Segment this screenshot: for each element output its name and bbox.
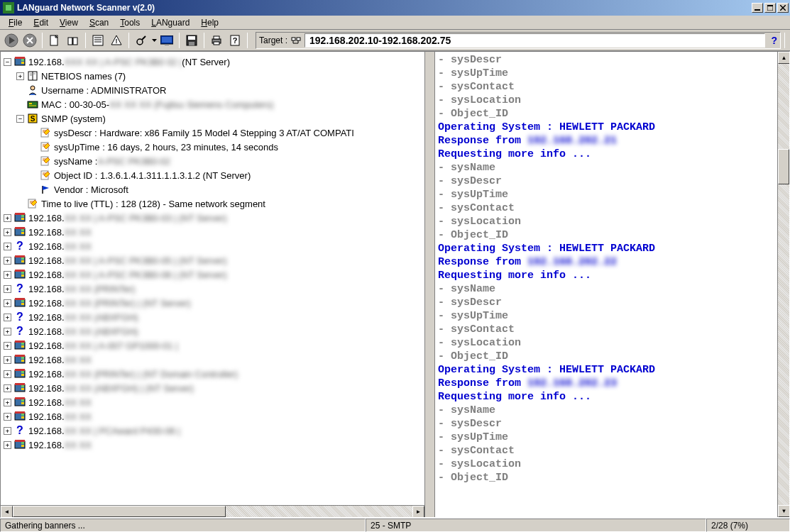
menu-scan[interactable]: Scan — [84, 16, 114, 29]
svg-rect-89 — [21, 275, 24, 277]
expander-icon[interactable]: + — [4, 228, 11, 236]
svg-rect-97 — [21, 345, 24, 348]
tree-host-11[interactable]: +192.168.XX XX (PRINTer) | (NT Domain Co… — [4, 367, 424, 381]
expander-icon[interactable]: + — [4, 257, 11, 265]
svg-point-51 — [31, 86, 35, 90]
stop-button[interactable] — [21, 32, 38, 49]
scroll-down-button[interactable]: ▼ — [778, 505, 789, 517]
tree-snmp-sysuptime[interactable]: sysUpTime : 16 days, 2 hours, 23 minutes… — [4, 140, 424, 154]
scroll-right-button[interactable]: ► — [412, 506, 424, 517]
svg-rect-28 — [165, 44, 169, 45]
svg-rect-88 — [21, 272, 24, 274]
tree-host-3[interactable]: +192.168.XX XX | A-PSC PK3B0-05 | (NT Se… — [4, 253, 424, 267]
expander-icon[interactable]: + — [16, 72, 24, 80]
expander-icon[interactable]: + — [4, 342, 11, 350]
tree-snmp-objectid[interactable]: Object ID : 1.3.6.1.4.1.311.1.1.3.1.2 (N… — [4, 168, 424, 182]
expander-icon[interactable]: + — [4, 413, 11, 421]
tree-host-4[interactable]: +192.168.XX XX | A-PSC PK3B0-06 | (NT Se… — [4, 267, 424, 282]
tree-host-0[interactable]: +192.168.XX XX | A-PSC PK3B0-03 | (NT Se… — [4, 211, 424, 225]
expander-icon[interactable]: − — [16, 115, 24, 123]
tree-netbios[interactable]: +NETBIOS names (7) — [4, 69, 424, 83]
expander-icon[interactable]: + — [4, 299, 11, 307]
vertical-scrollbar[interactable]: ▲ ▼ — [777, 52, 789, 517]
expander-icon[interactable]: + — [4, 441, 11, 449]
dropdown-arrow-icon[interactable] — [151, 39, 157, 42]
tree-username[interactable]: Username : ADMINISTRATOR — [4, 83, 424, 97]
log-line: - sysDescr — [438, 417, 774, 431]
log-line: - sysDescr — [438, 53, 774, 67]
host-tree[interactable]: −192.168. XXX XX | A-PSC PK3B0 02 | (NT … — [1, 52, 424, 505]
tree-host-2[interactable]: +?192.168.XX XX — [4, 239, 424, 253]
svg-rect-107 — [15, 383, 25, 385]
tree-host-8[interactable]: +?192.168.XX XX (ABXFGH) — [4, 324, 424, 338]
tool-button[interactable] — [133, 32, 150, 49]
scroll-up-button[interactable]: ▲ — [778, 52, 789, 64]
expander-icon[interactable]: + — [4, 285, 11, 293]
tree-host-14[interactable]: +192.168.XX XX — [4, 409, 424, 423]
expander-icon[interactable]: + — [4, 271, 11, 279]
svg-rect-27 — [162, 37, 172, 43]
play-button[interactable] — [3, 32, 20, 49]
scroll-thumb[interactable] — [778, 149, 789, 184]
menu-help[interactable]: Help — [195, 16, 224, 29]
open-button[interactable] — [65, 32, 82, 49]
svg-rect-108 — [21, 385, 24, 387]
print-button[interactable] — [208, 32, 225, 49]
tree-host-13[interactable]: +192.168.XX XX — [4, 395, 424, 409]
tree-host-1[interactable]: +192.168.XX XX — [4, 225, 424, 239]
tree-snmp[interactable]: −SSNMP (system) — [4, 111, 424, 126]
expander-icon[interactable]: + — [4, 370, 11, 378]
tree-host-5[interactable]: +?192.168.XX XX (PRINTer) — [4, 282, 424, 296]
expander-icon[interactable]: + — [4, 427, 11, 435]
close-button[interactable] — [777, 3, 789, 13]
svg-rect-100 — [21, 357, 24, 359]
tree-pane: −192.168. XXX XX | A-PSC PK3B0 02 | (NT … — [1, 52, 425, 517]
list-button[interactable] — [89, 32, 106, 49]
expander-icon[interactable]: + — [4, 328, 11, 336]
menubar: FileEditViewScanToolsLANguardHelp — [0, 16, 790, 30]
svg-marker-70 — [43, 186, 49, 190]
tree-ttl[interactable]: Time to live (TTL) : 128 (128) - Same ne… — [4, 196, 424, 211]
tree-mac[interactable]: MAC : 00-30-05-XX XX XX (Fujitsu Siemens… — [4, 97, 424, 111]
menu-edit[interactable]: Edit — [28, 16, 54, 29]
svg-rect-101 — [21, 360, 24, 362]
new-button[interactable] — [46, 32, 63, 49]
expander-icon[interactable]: + — [4, 243, 11, 250]
splitter[interactable] — [425, 52, 435, 517]
menu-file[interactable]: File — [3, 16, 28, 29]
tree-host-16[interactable]: +192.168.XX XX — [4, 438, 424, 452]
tree-host-6[interactable]: +192.168.XX XX (PRINTer) | (NT Server) — [4, 296, 424, 310]
tree-snmp-vendor[interactable]: Vendor : Microsoft — [4, 182, 424, 196]
log-output[interactable]: - sysDescr- sysUpTime- sysContact- sysLo… — [435, 52, 777, 517]
menu-languard[interactable]: LANguard — [146, 16, 195, 29]
expander-icon[interactable]: + — [4, 214, 11, 222]
tree-host-7[interactable]: +?192.168.XX XX (ABXFGH) — [4, 310, 424, 324]
tree-host-root[interactable]: −192.168. XXX XX | A-PSC PK3B0 02 | (NT … — [4, 55, 424, 69]
tree-host-10[interactable]: +192.168.XX XX — [4, 353, 424, 367]
expander-icon[interactable]: − — [4, 58, 11, 66]
save-button[interactable] — [183, 32, 200, 49]
menu-view[interactable]: View — [54, 16, 84, 29]
help-icon[interactable]: ? — [771, 35, 777, 46]
tree-host-15[interactable]: +?192.168.XX XX | PCAward P430-06 | — [4, 423, 424, 438]
menu-tools[interactable]: Tools — [114, 16, 146, 29]
tree-snmp-sysname[interactable]: sysName : A-PSC PK3B0-02 — [4, 154, 424, 168]
scroll-thumb[interactable] — [13, 506, 226, 517]
monitor-button[interactable] — [158, 32, 175, 49]
horizontal-scrollbar[interactable]: ◄ ► — [1, 505, 424, 517]
maximize-button[interactable] — [764, 3, 776, 13]
tree-host-9[interactable]: +192.168.XX XX | A-007 GP1000-01 | — [4, 338, 424, 353]
expander-icon[interactable]: + — [4, 356, 11, 364]
log-line: - sysLocation — [438, 215, 774, 228]
tree-host-12[interactable]: +192.168.XX XX (ABXFGH) | (NT Server) — [4, 381, 424, 395]
expander-icon[interactable]: + — [4, 399, 11, 406]
log-line: Response from 192.168.202.21 — [438, 134, 774, 148]
minimize-button[interactable] — [752, 3, 763, 13]
alert-button[interactable]: ! — [108, 32, 125, 49]
expander-icon[interactable]: + — [4, 314, 11, 321]
scroll-left-button[interactable]: ◄ — [1, 506, 13, 517]
help-button[interactable]: ? — [226, 32, 243, 49]
tree-snmp-sysdescr[interactable]: sysDescr : Hardware: x86 Family 15 Model… — [4, 126, 424, 140]
expander-icon[interactable]: + — [4, 384, 11, 392]
target-input[interactable]: 192.168.202.10-192.168.202.75 — [305, 33, 765, 48]
